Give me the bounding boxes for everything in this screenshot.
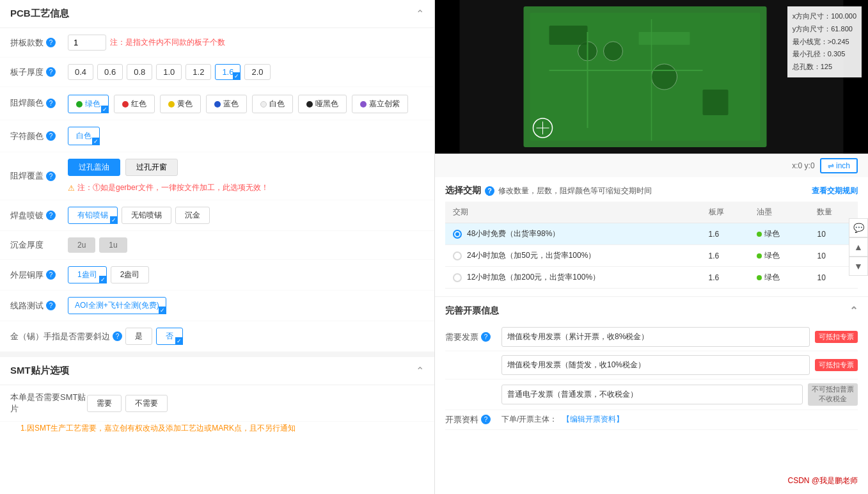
- color-dot-black: [306, 101, 313, 108]
- smt-section: SMT贴片选项 ⌃ 本单是否需要SMT贴片 需要 不需要 1.因SMT生产工艺需…: [0, 352, 434, 438]
- invoice-data-row: 开票资料 ? 下单/开票主体： 【编辑开票资料】: [445, 410, 858, 430]
- delivery-row-48h-ink: 绿色: [749, 223, 809, 245]
- thickness-0.8[interactable]: 0.8: [127, 64, 152, 80]
- color-dot-yellow: [168, 101, 175, 108]
- copper-1oz[interactable]: 1盎司: [68, 266, 107, 283]
- outer-copper-help[interactable]: ?: [46, 270, 56, 280]
- cover-oil-btn[interactable]: 过孔盖油: [68, 159, 120, 176]
- svg-point-4: [604, 42, 623, 61]
- thickness-2.0[interactable]: 2.0: [244, 64, 270, 80]
- thickness-1.2[interactable]: 1.2: [185, 64, 211, 80]
- thickness-1.0[interactable]: 1.0: [156, 64, 182, 80]
- svg-rect-6: [549, 26, 588, 45]
- inch-button[interactable]: ⇌ inch: [820, 158, 858, 173]
- pcb-section-header: PCB工艺信息 ⌃: [0, 0, 434, 28]
- delivery-row-12h-label: 12小时加急（加200元，出货率100%）: [445, 267, 701, 289]
- thickness-0.6[interactable]: 0.6: [97, 64, 123, 80]
- panel-count-row: 拼板款数 ? 注：是指文件内不同款的板子个数: [0, 28, 434, 58]
- pcb-section-title: PCB工艺信息: [10, 8, 69, 20]
- char-color-help[interactable]: ?: [46, 131, 56, 141]
- thickness-0.4[interactable]: 0.4: [68, 64, 93, 80]
- gold-bevel-label: 金（锡）手指是否需要斜边 ?: [10, 331, 125, 342]
- finish-leaded[interactable]: 有铅喷锡: [68, 207, 118, 224]
- side-chat-btn[interactable]: 💬: [849, 218, 868, 237]
- bevel-yes[interactable]: 是: [125, 328, 152, 345]
- thickness-help[interactable]: ?: [46, 67, 56, 77]
- ink-dot-24h: [757, 253, 762, 259]
- color-blue[interactable]: 蓝色: [206, 95, 247, 113]
- delivery-row-12h[interactable]: 12小时加急（加200元，出货率100%） 1.6 绿色 10: [445, 267, 858, 289]
- invoice-collapse-icon[interactable]: ⌃: [849, 305, 858, 317]
- char-color-white[interactable]: 白色: [68, 127, 100, 145]
- smt-need-no[interactable]: 不需要: [125, 395, 168, 412]
- finish-unleaded[interactable]: 无铅喷锡: [122, 207, 171, 224]
- thickness-label: 板子厚度 ?: [10, 67, 68, 78]
- coord-xy: x:0 y:0: [792, 161, 814, 170]
- smt-section-title: SMT贴片选项: [10, 365, 69, 377]
- smt-need-yes[interactable]: 需要: [87, 395, 122, 412]
- spec-min-line: 最小线宽：>0.245: [793, 36, 856, 49]
- color-dot-red: [122, 101, 129, 108]
- color-green[interactable]: 绿色: [68, 95, 109, 113]
- circuit-test-help[interactable]: ?: [46, 301, 56, 310]
- color-white[interactable]: 白色: [252, 95, 293, 113]
- cover-open-btn[interactable]: 过孔开窗: [125, 159, 178, 176]
- invoice-badge-1: 可抵扣专票: [815, 331, 858, 343]
- soldermask-color-help[interactable]: ?: [46, 99, 56, 108]
- finish-gold[interactable]: 沉金: [175, 207, 210, 224]
- copper-2oz[interactable]: 2盎司: [111, 266, 150, 283]
- svg-point-5: [652, 64, 677, 90]
- delivery-help-text: 修改数量，层数，阻焊颜色等可缩短交期时间: [498, 186, 652, 196]
- svg-rect-8: [639, 32, 690, 45]
- solder-cover-help[interactable]: ?: [46, 171, 56, 181]
- gold-2u[interactable]: 2u: [68, 237, 95, 253]
- side-up-btn[interactable]: ▲: [849, 237, 868, 257]
- gold-1u[interactable]: 1u: [99, 237, 127, 253]
- delivery-link[interactable]: 查看交期规则: [812, 186, 858, 196]
- radio-12h[interactable]: [453, 273, 462, 282]
- delivery-row-48h[interactable]: 48小时免费（出货率98%） 1.6 绿色 10: [445, 223, 858, 245]
- color-yellow[interactable]: 黄色: [160, 95, 201, 113]
- solder-cover-label: 阻焊覆盖 ?: [10, 170, 68, 182]
- invoice-data-link[interactable]: 【编辑开票资料】: [562, 414, 624, 425]
- delivery-help[interactable]: ?: [485, 186, 494, 196]
- delivery-row-24h[interactable]: 24小时加急（加50元，出货率100%） 1.6 绿色 10: [445, 245, 858, 267]
- color-purple[interactable]: 嘉立创紫: [352, 95, 408, 113]
- invoice-btn-1[interactable]: 增值税专用发票（累计开票，收8%税金）: [501, 327, 810, 347]
- bevel-no[interactable]: 否: [156, 328, 183, 345]
- panel-count-content: 注：是指文件内不同款的板子个数: [68, 35, 424, 51]
- delivery-row-24h-label: 24小时加急（加50元，出货率100%）: [445, 245, 701, 267]
- side-down-btn[interactable]: ▼: [849, 257, 868, 276]
- side-tools: 💬 ▲ ▼: [849, 218, 868, 276]
- panel-count-note: 注：是指文件内不同款的板子个数: [110, 37, 225, 48]
- color-dot-purple: [360, 101, 367, 108]
- solder-cover-warning: 注：①如是gerber文件，一律按文件加工，此选项无效！: [77, 182, 269, 193]
- invoice-data-help[interactable]: ?: [481, 415, 491, 424]
- char-color-label: 字符颜色 ?: [10, 131, 68, 142]
- invoice-content-3: 普通电子发票（普通发票，不收税金） 不可抵扣普票 不收税金: [501, 383, 858, 406]
- gold-bevel-help[interactable]: ?: [113, 331, 122, 341]
- panel-count-label: 拼板款数 ?: [10, 37, 68, 49]
- thickness-1.6[interactable]: 1.6: [215, 64, 241, 80]
- pcb-collapse-icon[interactable]: ⌃: [416, 8, 424, 20]
- panel-count-help[interactable]: ?: [46, 38, 56, 47]
- outer-copper-options: 1盎司 2盎司: [68, 266, 424, 283]
- test-aoi[interactable]: AOI全测+飞针全测(免费): [68, 297, 166, 314]
- radio-48h[interactable]: [453, 230, 462, 239]
- surface-finish-help[interactable]: ?: [46, 211, 56, 220]
- color-red[interactable]: 红色: [114, 95, 155, 113]
- invoice-btn-2[interactable]: 增值税专用发票（随货发，收10%税金）: [501, 355, 810, 375]
- thickness-options: 0.4 0.6 0.8 1.0 1.2 1.6 2.0: [68, 64, 424, 80]
- color-black[interactable]: 哑黑色: [298, 95, 347, 113]
- char-color-row: 字符颜色 ? 白色: [0, 120, 434, 152]
- invoice-help[interactable]: ?: [481, 332, 491, 342]
- invoice-btn-3[interactable]: 普通电子发票（普通发票，不收税金）: [501, 385, 803, 404]
- delivery-col-thickness: 板厚: [701, 202, 750, 223]
- radio-24h[interactable]: [453, 251, 462, 260]
- solder-cover-row: 阻焊覆盖 ? 过孔盖油 过孔开窗 ⚠ 注：①如是gerber文件，一律按文件加工…: [0, 152, 434, 200]
- color-dot-white: [260, 101, 267, 108]
- panel-count-input[interactable]: [68, 35, 106, 51]
- csdn-watermark: CSDN @我是鹏老师: [784, 474, 862, 488]
- smt-collapse-icon[interactable]: ⌃: [416, 365, 424, 377]
- char-color-options: 白色: [68, 127, 424, 145]
